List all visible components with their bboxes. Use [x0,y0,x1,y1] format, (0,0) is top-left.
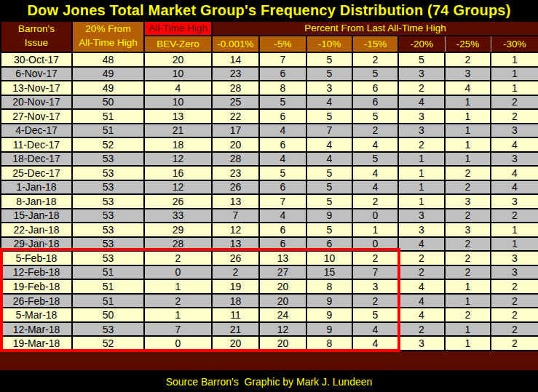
date-cell: 27-Nov-17 [1,109,72,124]
header-col-0001pct: -0.001% [212,36,259,52]
value-cell: 4 [259,209,306,223]
table-row: 27-Nov-17511322655312 [1,109,538,124]
header-20pct-from-ath: 20% From All-Time High [72,21,144,52]
value-cell: 4 [352,322,398,337]
value-cell: 53 [72,322,144,337]
value-cell: 53 [72,209,144,223]
table-row: 30-Oct-17482014752521 [1,52,538,67]
value-cell: 6 [352,95,398,110]
value-cell: 24 [259,308,306,322]
value-cell: 4 [491,137,538,152]
value-cell: 8 [306,279,352,294]
value-cell: 13 [212,237,259,252]
date-cell: 22-Jan-18 [1,223,72,237]
value-cell: 12 [259,322,306,337]
value-cell: 2 [445,180,491,195]
value-cell: 51 [72,124,144,138]
value-cell: 1 [144,308,212,322]
value-cell: 1 [491,81,538,95]
value-cell: 4 [398,237,445,252]
date-cell: 19-Feb-18 [1,279,72,294]
value-cell: 3 [445,67,491,81]
value-cell: 20 [144,52,212,67]
value-cell: 26 [144,194,212,209]
value-cell: 10 [306,251,352,265]
value-cell: 1 [445,294,491,308]
header-percent-from-span: Percent From Last All-Time High [212,21,538,36]
value-cell: 2 [491,109,538,124]
value-cell: 1 [398,180,445,195]
header-col-25pct: -25% [445,36,491,52]
value-cell: 4 [259,152,306,167]
header-issue-label: Issue [1,36,71,52]
value-cell: 5 [306,180,352,195]
value-cell: 18 [212,294,259,308]
value-cell: 0 [352,237,398,252]
value-cell: 17 [212,124,259,138]
date-cell: 18-Dec-17 [1,152,72,167]
table-row: 15-Jan-1853337490322 [1,209,538,223]
table-row: 5-Feb-185322613102223 [1,251,538,265]
value-cell: 3 [491,194,538,209]
date-cell: 29-Jan-18 [1,237,72,252]
value-cell: 7 [306,124,352,138]
value-cell: 13 [259,251,306,265]
value-cell: 53 [72,223,144,237]
table-row: 26-Feb-18512182092412 [1,294,538,308]
value-cell: 1 [491,223,538,237]
value-cell: 6 [259,67,306,81]
source-caption: Source Barron's Graphic by Mark J. Lunde… [0,370,538,392]
value-cell: 4 [306,152,352,167]
value-cell: 3 [352,279,398,294]
value-cell: 3 [398,124,445,138]
value-cell: 4 [352,336,398,351]
value-cell: 4 [352,180,398,195]
value-cell: 4 [352,166,398,180]
table-row: 19-Mar-18520202084312 [1,336,538,351]
value-cell: 1 [491,52,538,67]
value-cell: 2 [491,294,538,308]
value-cell: 1 [398,194,445,209]
table-row: 13-Nov-1749428836241 [1,81,538,95]
value-cell: 1 [398,166,445,180]
value-cell: 2 [445,166,491,180]
value-cell: 10 [144,67,212,81]
value-cell: 2 [144,294,212,308]
table-row: 25-Dec-17531623554124 [1,166,538,180]
date-cell: 11-Dec-17 [1,137,72,152]
value-cell: 6 [306,237,352,252]
value-cell: 1 [445,152,491,167]
value-cell: 22 [212,109,259,124]
value-cell: 2 [445,237,491,252]
value-cell: 4 [398,279,445,294]
value-cell: 7 [212,209,259,223]
value-cell: 5 [352,109,398,124]
value-cell: 7 [259,194,306,209]
date-cell: 13-Nov-17 [1,81,72,95]
date-cell: 12-Feb-18 [1,265,72,280]
value-cell: 5 [352,152,398,167]
value-cell: 1 [491,67,538,81]
chart-title: Dow Jones Total Market Group's Frequency… [0,0,538,20]
value-cell: 2 [491,279,538,294]
value-cell: 12 [212,223,259,237]
header-col-5pct: -5% [259,36,306,52]
value-cell: 5 [259,166,306,180]
value-cell: 11 [212,308,259,322]
value-cell: 4 [398,308,445,322]
value-cell: 2 [352,194,398,209]
value-cell: 27 [259,265,306,280]
date-cell: 5-Feb-18 [1,251,72,265]
header-all-time-high-red: All-Time High [144,21,212,36]
value-cell: 5 [352,308,398,322]
value-cell: 3 [398,209,445,223]
table-row: 8-Jan-18532613752133 [1,194,538,209]
header-20pct-line1: 20% From [73,22,143,36]
value-cell: 6 [259,223,306,237]
table-row: 11-Dec-17521820644214 [1,137,538,152]
value-cell: 1 [445,322,491,337]
value-cell: 0 [144,336,212,351]
value-cell: 2 [445,209,491,223]
value-cell: 2 [398,137,445,152]
value-cell: 3 [306,81,352,95]
